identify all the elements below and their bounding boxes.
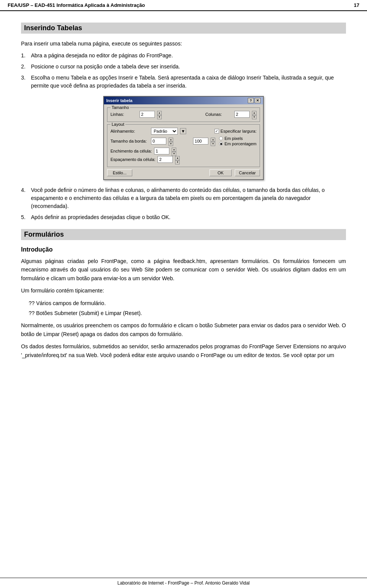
page-container: FEA/USP – EAD-451 Informática Aplicada à… [0,0,367,588]
colunas-label: Colunas: [205,112,232,117]
section-formularios-heading: Formulários [21,229,346,240]
largura-value-input[interactable] [193,138,208,145]
dialog-row-borda: Tamanho da borda: ▲ ▼ ▲ ▼ [110,136,257,146]
step-2: 2. Posicione o cursor na posição onde a … [21,63,346,71]
step1-num: 1. [21,52,29,60]
page-header: FEA/USP – EAD-451 Informática Aplicada à… [0,0,367,11]
steps-list-2: 4. Você pode definir o número de linhas … [21,186,346,221]
largura-spinner[interactable]: ▲ ▼ [211,138,215,145]
main-content: Inserindo Tabelas Para inserir uma tabel… [0,11,367,371]
linhas-spinner[interactable]: ▲ ▼ [157,111,162,118]
radio-porcentagem-label: Em porcentagem [224,141,257,146]
estilo-button[interactable]: Estilo... [107,169,132,176]
dialog-group-tamanho: Tamanho Linhas: ▲ ▼ Colunas: [107,107,260,122]
section-inserindo-tabelas-heading: Inserindo Tabelas [21,23,346,34]
borda-label: Tamanho da borda: [110,139,149,143]
dialog-row-enchimento: Enchimento da célula: ▲ ▼ [110,148,257,154]
enchimento-label: Enchimento da célula: [110,149,152,153]
bullet-list: ?? Vários campos de formulário. ?? Botõe… [29,299,346,318]
step3-num: 3. [21,74,29,90]
step3-text: Escolha o menu Tabela e as opções Inseri… [31,74,346,90]
borda-input[interactable] [151,138,166,145]
section2-subsection: Introdução [21,246,346,253]
bullet-2: ?? Botões Submeter (Submit) e Limpar (Re… [29,309,346,317]
step2-text: Posicione o cursor na posição onde a tab… [31,63,180,71]
step2-num: 2. [21,63,29,71]
dialog-close-btn[interactable]: ✕ [255,98,261,103]
espacamento-spinner[interactable]: ▲ ▼ [175,156,180,163]
radio-pixels-row: Em pixels [219,136,257,141]
section2-para3: Normalmente, os usuários preenchem os ca… [21,321,346,338]
colunas-input[interactable] [234,111,250,118]
radio-porcentagem-row: Em porcentagem [219,141,257,146]
group-tamanho-label: Tamanho [110,105,130,110]
section2-para4: Os dados destes formulários, submetidos … [21,342,346,359]
inserir-tabela-dialog: Inserir tabela ? ✕ Tamanho Linhas: [103,96,264,180]
linhas-label: Linhas: [110,112,137,117]
checkbox-largura[interactable]: ✓ [214,129,219,133]
radio-porcentagem[interactable] [219,142,223,146]
step1-text: Abra a página desejada no editor de pági… [31,52,173,60]
checkbox-largura-row: ✓ Especificar largura: [214,129,257,133]
header-page-num: 17 [354,2,359,8]
step-4: 4. Você pode definir o número de linhas … [21,186,346,210]
dialog-titlebar: Inserir tabela ? ✕ [104,97,263,104]
espacamento-label: Espaçamento da célula: [110,157,155,162]
cancelar-button[interactable]: Cancelar [235,169,260,176]
bullet-1: ?? Vários campos de formulário. [29,299,346,307]
alinhamento-label: Alinhamento: [110,129,149,133]
radio-pixels[interactable] [219,136,223,140]
dialog-row-alinhamento: Alinhamento: Padrão ▼ ✓ Especificar larg… [110,128,257,135]
section2-para1: Algumas páginas criadas pelo FrontPage, … [21,257,346,283]
linhas-input[interactable] [140,111,155,118]
section1-title: Inserindo Tabelas [24,24,343,32]
step-3: 3. Escolha o menu Tabela e as opções Ins… [21,74,346,90]
dialog-image-container: Inserir tabela ? ✕ Tamanho Linhas: [21,96,346,180]
page-footer: Laboratório de Internet - FrontPage – Pr… [0,578,367,588]
step5-num: 5. [21,213,29,221]
section2-title: Formulários [24,231,343,239]
step-1: 1. Abra a página desejada no editor de p… [21,52,346,60]
radio-pixels-label: Em pixels [224,136,243,141]
dialog-row-linhas-colunas: Linhas: ▲ ▼ Colunas: ▲ ▼ [110,111,257,118]
dialog-buttons-row: Estilo... OK Cancelar [107,169,260,176]
section2-para2: Um formulário contém tipicamente: [21,286,346,295]
dialog-help-btn[interactable]: ? [248,98,254,103]
dialog-group-layout: Layout Alinhamento: Padrão ▼ ✓ [107,124,260,167]
ok-button[interactable]: OK [209,169,232,176]
step-5: 5. Após definir as propriedades desejada… [21,213,346,221]
section1-intro: Para inserir uma tabela numa página, exe… [21,40,346,48]
group-layout-label: Layout [110,122,125,127]
footer-text: Laboratório de Internet - FrontPage – Pr… [117,580,250,586]
checkbox-largura-label: Especificar largura: [221,129,257,133]
step5-text: Após definir as propriedades desejadas c… [31,213,171,221]
header-title: FEA/USP – EAD-451 Informática Aplicada à… [8,2,145,8]
dialog-titlebar-buttons: ? ✕ [248,98,261,103]
alinhamento-dropdown-btn[interactable]: ▼ [180,128,186,134]
alinhamento-select[interactable]: Padrão [151,128,178,135]
largura-radio-group: Em pixels Em porcentagem [219,136,257,146]
dialog-row-espacamento: Espaçamento da célula: ▲ ▼ [110,156,257,163]
borda-spinner[interactable]: ▲ ▼ [169,138,173,145]
enchimento-input[interactable] [154,148,169,154]
dialog-body: Tamanho Linhas: ▲ ▼ Colunas: [104,104,263,179]
step4-text: Você pode definir o número de linhas e c… [31,186,346,210]
colunas-spinner[interactable]: ▲ ▼ [252,111,257,118]
steps-list: 1. Abra a página desejada no editor de p… [21,52,346,90]
enchimento-spinner[interactable]: ▲ ▼ [172,148,176,154]
ok-cancel-group: OK Cancelar [209,169,260,176]
step4-num: 4. [21,186,29,210]
dialog-title: Inserir tabela [106,98,132,103]
espacamento-input[interactable] [158,156,173,163]
